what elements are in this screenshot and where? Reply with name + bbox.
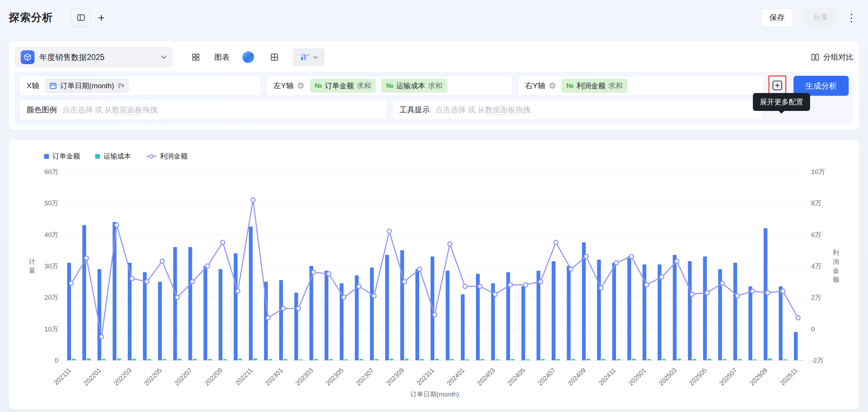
svg-text:202507: 202507 bbox=[718, 367, 739, 387]
svg-text:202211: 202211 bbox=[234, 367, 254, 387]
svg-text:-2万: -2万 bbox=[811, 357, 824, 364]
svg-text:10万: 10万 bbox=[811, 168, 825, 175]
color-legend-group[interactable]: 颜色图例 点击选择 或 从数据面板拖拽 bbox=[19, 100, 387, 120]
plus-square-icon bbox=[771, 79, 784, 92]
dataset-cube-icon bbox=[21, 50, 34, 64]
measure-pill-order-amount[interactable]: № 订单金额 求和 bbox=[310, 79, 376, 93]
chart-canvas: 0-2万10万020万2万30万4万40万6万50万8万60万10万202111… bbox=[9, 163, 859, 409]
legend-swatch bbox=[95, 154, 100, 159]
x-axis-field-pill[interactable]: 订单日期(month) bbox=[45, 79, 129, 93]
group-compare-button[interactable]: 分组对比 bbox=[811, 52, 854, 62]
table-view-button[interactable] bbox=[267, 50, 282, 65]
svg-text:202203: 202203 bbox=[112, 367, 133, 387]
svg-text:202307: 202307 bbox=[354, 367, 375, 387]
svg-text:8万: 8万 bbox=[811, 199, 821, 207]
svg-text:202409: 202409 bbox=[566, 367, 587, 387]
add-exploration-button[interactable]: + bbox=[93, 9, 110, 27]
legend-label: 运输成本 bbox=[103, 152, 131, 161]
x-axis-group[interactable]: X轴 订单日期(month) bbox=[19, 76, 261, 96]
gear-icon[interactable]: ⚙ bbox=[549, 82, 556, 90]
svg-text:0: 0 bbox=[54, 357, 58, 364]
svg-text:202209: 202209 bbox=[203, 367, 224, 387]
svg-text:202207: 202207 bbox=[173, 367, 193, 387]
dataset-selector[interactable]: 年度销售数据2025 bbox=[14, 47, 173, 68]
legend-item-运输成本[interactable]: 运输成本 bbox=[95, 152, 131, 161]
tooltip-field-placeholder: 点击选择 或 从数据面板拖拽 bbox=[435, 105, 531, 115]
dataset-name: 年度销售数据2025 bbox=[39, 52, 104, 63]
svg-text:202303: 202303 bbox=[294, 367, 315, 387]
group-compare-label: 分组对比 bbox=[823, 52, 854, 62]
legend-item-利润金额[interactable]: 利润金额 bbox=[146, 152, 188, 161]
ai-chart-button[interactable] bbox=[241, 50, 256, 65]
svg-text:202309: 202309 bbox=[385, 367, 405, 387]
svg-text:40万: 40万 bbox=[44, 231, 58, 238]
expand-more-config-button[interactable] bbox=[771, 79, 784, 93]
grid-layout-icon bbox=[191, 53, 200, 62]
chart-view-label: 图表 bbox=[214, 52, 230, 62]
x-axis-field-name: 订单日期(month) bbox=[60, 81, 114, 91]
config-panel: X轴 订单日期(month) 左Y轴 ⚙ № 订单金额 求和 bbox=[14, 72, 854, 125]
tooltip-field-group[interactable]: 工具提示 点击选择 或 从数据面板拖拽 bbox=[392, 100, 763, 120]
measure-name: 运输成本 bbox=[396, 81, 425, 91]
svg-text:订单日期(month): 订单日期(month) bbox=[410, 391, 459, 398]
exploration-tab-button[interactable] bbox=[71, 9, 91, 27]
table-icon bbox=[270, 53, 279, 62]
app-header: 探索分析 + 保存 分享 ⋮ bbox=[9, 7, 859, 28]
aggregation-label[interactable]: 求和 bbox=[356, 81, 371, 91]
share-button[interactable]: 分享 bbox=[805, 8, 836, 27]
aggregation-label[interactable]: 求和 bbox=[428, 81, 443, 91]
toolbar: 年度销售数据2025 图表 bbox=[14, 47, 854, 68]
page-title: 探索分析 bbox=[9, 10, 53, 25]
data-panel-link[interactable]: 数据面板 bbox=[485, 105, 515, 115]
svg-text:202401: 202401 bbox=[445, 367, 466, 387]
svg-text:20万: 20万 bbox=[44, 294, 58, 301]
left-y-axis-group[interactable]: 左Y轴 ⚙ № 订单金额 求和 № 运输成本 求和 bbox=[266, 76, 512, 96]
svg-text:202111: 202111 bbox=[52, 367, 72, 387]
expand-config-wrap bbox=[769, 77, 785, 94]
axis-config-row: X轴 订单日期(month) 左Y轴 ⚙ № 订单金额 求和 bbox=[19, 76, 849, 96]
svg-text:202503: 202503 bbox=[657, 367, 678, 387]
gear-icon[interactable]: ⚙ bbox=[297, 82, 305, 90]
svg-text:202501: 202501 bbox=[627, 367, 648, 387]
svg-text:30万: 30万 bbox=[44, 262, 58, 270]
card-view-button[interactable] bbox=[188, 50, 203, 65]
svg-text:202407: 202407 bbox=[536, 367, 557, 387]
view-switcher: 图表 bbox=[188, 48, 325, 66]
svg-text:50万: 50万 bbox=[44, 199, 58, 207]
measure-pill-shipping-cost[interactable]: № 运输成本 求和 bbox=[381, 79, 447, 93]
svg-text:计量: 计量 bbox=[29, 258, 36, 274]
number-field-icon: № bbox=[386, 82, 393, 90]
x-axis-label: X轴 bbox=[27, 81, 39, 91]
more-menu-button[interactable]: ⋮ bbox=[844, 8, 859, 27]
svg-text:6万: 6万 bbox=[811, 231, 821, 238]
svg-text:202411: 202411 bbox=[597, 367, 617, 387]
number-field-icon: № bbox=[315, 82, 322, 90]
save-button[interactable]: 保存 bbox=[761, 8, 793, 27]
svg-text:利润金额: 利润金额 bbox=[832, 249, 839, 283]
legend-item-订单金额[interactable]: 订单金额 bbox=[44, 152, 80, 161]
analysis-config-card: 年度销售数据2025 图表 bbox=[9, 41, 859, 130]
expand-config-tooltip: 展开更多配置 bbox=[753, 93, 810, 111]
measure-pill-profit-amount[interactable]: № 利润金额 求和 bbox=[562, 79, 627, 93]
legend-swatch bbox=[44, 154, 49, 159]
svg-text:202403: 202403 bbox=[476, 367, 496, 387]
right-y-axis-label: 右Y轴 bbox=[525, 81, 545, 91]
data-panel-link[interactable]: 数据面板 bbox=[112, 105, 142, 115]
right-y-axis-group[interactable]: 右Y轴 ⚙ № 利润金额 求和 bbox=[518, 76, 764, 96]
caret-down-icon bbox=[313, 56, 318, 59]
svg-text:2万: 2万 bbox=[811, 294, 821, 301]
style-config-row: 颜色图例 点击选择 或 从数据面板拖拽 工具提示 点击选择 或 从数据面板拖拽 bbox=[19, 100, 849, 120]
explore-analysis-page: 探索分析 + 保存 分享 ⋮ 年度销售数据2025 图表 bbox=[0, 0, 868, 412]
chart-card: 订单金额运输成本利润金额 0-2万10万020万2万30万4万40万6万50万8… bbox=[9, 140, 859, 409]
svg-text:202205: 202205 bbox=[143, 367, 163, 387]
measure-name: 订单金额 bbox=[325, 81, 354, 91]
aggregation-label[interactable]: 求和 bbox=[608, 81, 623, 91]
svg-text:202511: 202511 bbox=[779, 367, 799, 387]
svg-text:202505: 202505 bbox=[688, 367, 708, 387]
sort-icon[interactable] bbox=[117, 82, 125, 90]
left-y-axis-label: 左Y轴 bbox=[273, 81, 294, 91]
chevron-down-icon bbox=[161, 55, 167, 59]
number-field-icon: № bbox=[566, 82, 574, 90]
compare-icon bbox=[811, 53, 820, 62]
chart-type-selector[interactable] bbox=[293, 48, 325, 66]
